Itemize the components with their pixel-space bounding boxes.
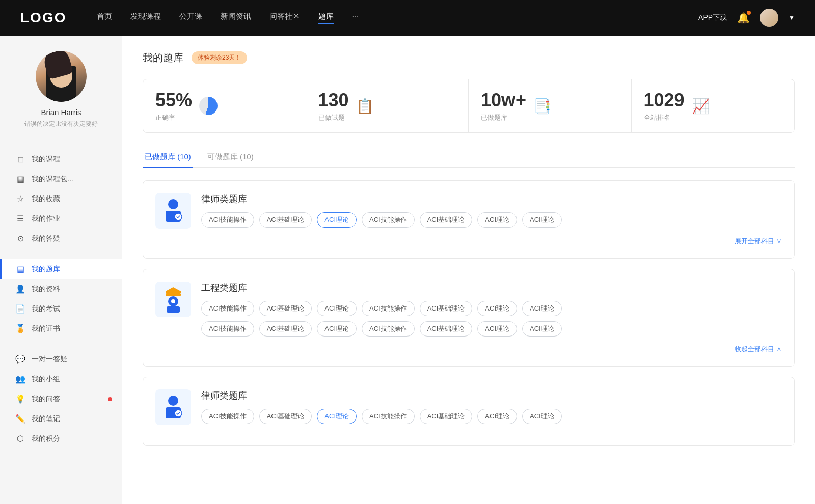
nav-qbank[interactable]: 题库	[318, 12, 334, 24]
notification-dot	[747, 11, 751, 15]
banks-label: 已做题库	[481, 113, 526, 122]
accuracy-chart	[199, 97, 218, 115]
qbank-2-tag-6[interactable]: ACI理论	[522, 409, 562, 424]
qbank-0-tag-4[interactable]: ACI基础理论	[420, 212, 473, 228]
sidebar-item-certificate[interactable]: 🏅 我的证书	[0, 319, 122, 339]
sidebar-item-questions[interactable]: 💡 我的问答	[0, 389, 122, 409]
qbank-2-tag-1[interactable]: ACI基础理论	[259, 409, 312, 424]
group-icon: 👥	[15, 374, 25, 384]
qbank-1-tag-r2-1[interactable]: ACI基础理论	[259, 321, 312, 337]
qbank-2-tag-2[interactable]: ACI理论	[317, 409, 357, 424]
svg-rect-3	[166, 293, 181, 296]
sidebar-item-course-package[interactable]: ▦ 我的课程包...	[0, 169, 122, 189]
stat-rank: 1029 全站排名 📈	[632, 79, 795, 132]
engineer-icon	[155, 282, 191, 317]
sidebar-item-notes[interactable]: ✏️ 我的笔记	[0, 409, 122, 429]
qbank-2-tag-0[interactable]: ACI技能操作	[201, 409, 254, 424]
sidebar-item-1on1[interactable]: 💬 一对一答疑	[0, 349, 122, 369]
qbank-0-tag-3[interactable]: ACI技能操作	[362, 212, 415, 228]
user-chevron-icon[interactable]: ▼	[789, 14, 795, 21]
qbank-1-title: 工程类题库	[201, 282, 782, 294]
sidebar-item-group[interactable]: 👥 我的小组	[0, 369, 122, 389]
stat-questions-content: 130 已做试题	[318, 90, 349, 122]
avatar	[36, 51, 87, 102]
qbank-0-expand[interactable]: 展开全部科目 ∨	[735, 237, 782, 246]
user-avatar[interactable]	[760, 9, 778, 27]
qbank-2-tag-3[interactable]: ACI技能操作	[362, 409, 415, 424]
chat-icon: 💬	[15, 354, 25, 364]
svg-rect-5	[167, 306, 180, 313]
qbank-card-1-body: 工程类题库 ACI技能操作 ACI基础理论 ACI理论 ACI技能操作 ACI基…	[201, 282, 782, 337]
sidebar-item-course[interactable]: ◻ 我的课程	[0, 149, 122, 169]
nav-right: APP下载 🔔 ▼	[698, 9, 795, 27]
qbank-1-tag-r2-3[interactable]: ACI技能操作	[362, 321, 415, 337]
sidebar: Brian Harris 错误的决定比没有决定要好 ◻ 我的课程 ▦ 我的课程包…	[0, 36, 122, 504]
rank-icon: 📈	[692, 98, 710, 115]
course-icon: ◻	[15, 154, 25, 164]
qbank-1-tag-3[interactable]: ACI技能操作	[362, 301, 415, 316]
nav-news[interactable]: 新闻资讯	[221, 12, 251, 24]
sidebar-divider-2	[10, 254, 112, 254]
qbank-0-tag-0[interactable]: ACI技能操作	[201, 212, 254, 228]
nav-links: 首页 发现课程 公开课 新闻资讯 问答社区 题库 ···	[97, 12, 698, 24]
questions-value: 130	[318, 90, 349, 111]
qbank-1-tag-1[interactable]: ACI基础理论	[259, 301, 312, 316]
notification-bell[interactable]: 🔔	[737, 12, 750, 24]
stat-accuracy-content: 55% 正确率	[155, 90, 192, 122]
tab-todo[interactable]: 可做题库 (10)	[205, 147, 256, 168]
qbank-1-tag-r2-4[interactable]: ACI基础理论	[420, 321, 473, 337]
course-package-icon: ▦	[15, 174, 25, 184]
rank-value: 1029	[644, 90, 685, 111]
sidebar-divider	[10, 144, 112, 144]
qbank-2-tag-5[interactable]: ACI理论	[477, 409, 517, 424]
svg-point-0	[168, 199, 178, 209]
page-layout: Brian Harris 错误的决定比没有决定要好 ◻ 我的课程 ▦ 我的课程包…	[0, 36, 815, 504]
app-download[interactable]: APP下载	[698, 13, 727, 22]
sidebar-item-homework[interactable]: ☰ 我的作业	[0, 209, 122, 229]
homework-icon: ☰	[15, 214, 25, 223]
qbank-0-tag-6[interactable]: ACI理论	[522, 212, 562, 228]
qbank-1-tags-row2: ACI技能操作 ACI基础理论 ACI理论 ACI技能操作 ACI基础理论 AC…	[201, 321, 782, 337]
qbank-1-tags-row1: ACI技能操作 ACI基础理论 ACI理论 ACI技能操作 ACI基础理论 AC…	[201, 301, 782, 316]
qbank-1-tag-r2-5[interactable]: ACI理论	[477, 321, 517, 337]
sidebar-item-favorites[interactable]: ☆ 我的收藏	[0, 189, 122, 209]
qbank-1-tag-4[interactable]: ACI基础理论	[420, 301, 473, 316]
sidebar-item-exam[interactable]: 📄 我的考试	[0, 299, 122, 319]
questions-label: 已做试题	[318, 113, 349, 122]
qbank-0-title: 律师类题库	[201, 193, 782, 205]
nav-more[interactable]: ···	[352, 12, 359, 24]
qbank-1-tag-r2-2[interactable]: ACI理论	[317, 321, 357, 337]
tabs: 已做题库 (10) 可做题库 (10)	[143, 147, 795, 168]
svg-point-6	[171, 299, 175, 303]
qbank-1-tag-6[interactable]: ACI理论	[522, 301, 562, 316]
qbank-1-tag-2[interactable]: ACI理论	[317, 301, 357, 316]
qbank-1-tag-r2-6[interactable]: ACI理论	[522, 321, 562, 337]
qbank-0-tag-5[interactable]: ACI理论	[477, 212, 517, 228]
page-title: 我的题库	[143, 51, 183, 65]
questions-icon: 💡	[15, 394, 25, 404]
sidebar-item-qa[interactable]: ⊙ 我的答疑	[0, 229, 122, 248]
sidebar-item-qbank[interactable]: ▤ 我的题库	[0, 259, 122, 279]
nav-discover[interactable]: 发现课程	[130, 12, 161, 24]
nav-open-course[interactable]: 公开课	[179, 12, 202, 24]
points-icon: ⬡	[15, 434, 25, 443]
tab-done[interactable]: 已做题库 (10)	[143, 147, 193, 168]
sidebar-item-points[interactable]: ⬡ 我的积分	[0, 429, 122, 449]
lawyer-icon-2	[155, 389, 191, 425]
qbank-0-tag-1[interactable]: ACI基础理论	[259, 212, 312, 228]
qbank-card-2: 律师类题库 ACI技能操作 ACI基础理论 ACI理论 ACI技能操作 ACI基…	[143, 377, 795, 446]
nav-home[interactable]: 首页	[97, 12, 112, 24]
qbank-card-2-header: 律师类题库 ACI技能操作 ACI基础理论 ACI理论 ACI技能操作 ACI基…	[155, 389, 782, 425]
sidebar-item-profile[interactable]: 👤 我的资料	[0, 279, 122, 299]
qbank-1-tag-0[interactable]: ACI技能操作	[201, 301, 254, 316]
qbank-1-tag-r2-0[interactable]: ACI技能操作	[201, 321, 254, 337]
nav-qa[interactable]: 问答社区	[269, 12, 300, 24]
qbank-0-tag-2[interactable]: ACI理论	[317, 212, 357, 228]
qbank-1-tag-5[interactable]: ACI理论	[477, 301, 517, 316]
navbar: LOGO 首页 发现课程 公开课 新闻资讯 问答社区 题库 ··· APP下载 …	[0, 0, 815, 36]
qbank-2-tag-4[interactable]: ACI基础理论	[420, 409, 473, 424]
qbank-1-footer: 收起全部科目 ∧	[155, 345, 782, 354]
stat-banks: 10w+ 已做题库 📑	[469, 79, 632, 132]
qbank-1-expand[interactable]: 收起全部科目 ∧	[735, 345, 782, 354]
lawyer-icon	[155, 193, 191, 229]
